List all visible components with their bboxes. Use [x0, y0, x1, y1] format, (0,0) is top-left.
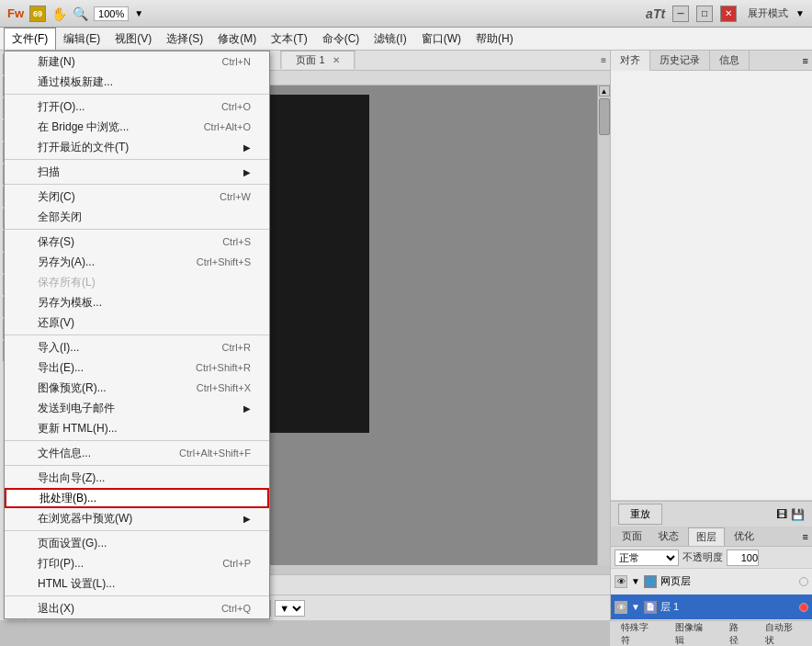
tab-history[interactable]: 历史记录: [650, 51, 710, 70]
menu-shortcut-exit: Ctrl+Q: [221, 603, 251, 614]
menu-arrow-recent: ▶: [243, 142, 251, 153]
menu-bridge[interactable]: 在 Bridge 中浏览... Ctrl+Alt+O: [5, 117, 269, 137]
page-close-icon[interactable]: ✕: [333, 55, 340, 65]
zoom-dropdown-icon[interactable]: ▼: [134, 8, 143, 18]
layer-eye-webpage[interactable]: 👁: [615, 575, 627, 588]
menu-fileinfo[interactable]: 文件信息... Ctrl+Alt+Shift+F: [5, 443, 269, 463]
menu-label-saveas: 另存为(A)...: [38, 255, 95, 270]
layer-expand-2[interactable]: ▼: [631, 602, 640, 612]
menu-scan[interactable]: 扫描 ▶: [5, 162, 269, 182]
menu-shortcut-import: Ctrl+R: [222, 342, 251, 353]
menu-command[interactable]: 命令(C): [315, 28, 367, 50]
menu-label-scan: 扫描: [38, 164, 60, 180]
menu-import[interactable]: 导入(I)... Ctrl+R: [5, 337, 269, 357]
menu-help[interactable]: 帮助(H): [468, 28, 521, 50]
menu-print[interactable]: 打印(P)... Ctrl+P: [5, 553, 269, 573]
menu-file[interactable]: 文件(F): [4, 28, 56, 50]
menu-label-email: 发送到电子邮件: [38, 401, 115, 416]
tab-align[interactable]: 对齐: [611, 51, 650, 71]
layers-list: 👁 ▼ 🌐 网页层 👁 ▼ 📄 层 1: [611, 569, 812, 620]
opacity-input[interactable]: [727, 550, 759, 566]
menu-revert[interactable]: 还原(V): [5, 312, 269, 333]
menu-updatehtml[interactable]: 更新 HTML(H)...: [5, 418, 269, 438]
layers-panel-menu[interactable]: ≡: [803, 531, 808, 542]
menu-sep-8: [5, 530, 269, 531]
menu-new-template[interactable]: 通过模板新建...: [5, 72, 269, 92]
layers-tab-state[interactable]: 状态: [651, 527, 686, 545]
menu-export[interactable]: 导出(E)... Ctrl+Shift+R: [5, 357, 269, 378]
menu-view[interactable]: 视图(V): [107, 28, 159, 50]
layer-name-layer1: 层 1: [660, 600, 795, 614]
menu-new[interactable]: 新建(N) Ctrl+N: [5, 51, 269, 72]
menu-save[interactable]: 保存(S) Ctrl+S: [5, 232, 269, 252]
hand-tool-icon[interactable]: ✋: [51, 6, 67, 21]
menu-text[interactable]: 文本(T): [264, 28, 314, 50]
bottom-tab-auto-shape[interactable]: 自动形状: [760, 619, 806, 647]
vertical-scrollbar[interactable]: ▲ ▼: [597, 85, 610, 565]
menu-closeall[interactable]: 全部关闭: [5, 207, 269, 227]
canvas-menu-icon[interactable]: ≡: [601, 55, 606, 65]
layers-tab-layers[interactable]: 图层: [688, 527, 725, 546]
bottom-tab-image-edit[interactable]: 图像编辑: [670, 619, 716, 647]
menu-edit[interactable]: 编辑(E): [56, 28, 107, 50]
menu-modify[interactable]: 修改(M): [210, 28, 264, 50]
menu-pagesetup[interactable]: 页面设置(G)...: [5, 533, 269, 553]
menu-email[interactable]: 发送到电子邮件 ▶: [5, 398, 269, 418]
att-text-display: aTt: [646, 6, 665, 21]
minimize-button[interactable]: ─: [672, 6, 689, 22]
layer-item-webpage[interactable]: 👁 ▼ 🌐 网页层: [611, 569, 812, 595]
replay-icon2[interactable]: 💾: [791, 508, 805, 521]
title-bar-left: Fw 69 ✋ 🔍 100% ▼: [7, 6, 143, 22]
zoom-input[interactable]: 100%: [94, 6, 129, 21]
menu-recent[interactable]: 打开最近的文件(T) ▶: [5, 137, 269, 157]
bottom-tab-path[interactable]: 路径: [724, 619, 752, 647]
menu-window[interactable]: 窗口(W): [414, 28, 468, 50]
menu-label-fileinfo: 文件信息...: [38, 446, 91, 461]
panel-menu-icon[interactable]: ≡: [803, 55, 812, 66]
menu-label-savetemplate: 另存为模板...: [38, 295, 102, 311]
menu-arrow-email: ▶: [243, 403, 251, 414]
scroll-thumb[interactable]: [599, 98, 610, 135]
menu-previewbrowser[interactable]: 在浏览器中预览(W) ▶: [5, 508, 269, 528]
menu-close[interactable]: 关闭(C) Ctrl+W: [5, 187, 269, 207]
expand-dropdown-icon[interactable]: ▼: [795, 8, 805, 18]
fw-logo: Fw: [7, 6, 24, 20]
menu-label-export: 导出(E)...: [38, 360, 84, 376]
menu-preview[interactable]: 图像预览(R)... Ctrl+Shift+X: [5, 378, 269, 398]
menu-shortcut-bridge: Ctrl+Alt+O: [204, 121, 251, 132]
menu-filter[interactable]: 滤镜(I): [367, 28, 413, 50]
menu-sep-3: [5, 184, 269, 185]
menu-batch[interactable]: 批处理(B)...: [5, 488, 269, 508]
tab-info[interactable]: 信息: [710, 51, 750, 70]
menu-label-newt: 通过模板新建...: [38, 74, 113, 90]
page-tab[interactable]: 页面 1 ✕: [280, 51, 355, 69]
menu-sep-7: [5, 465, 269, 466]
replay-button[interactable]: 重放: [618, 504, 662, 525]
bottom-tab-special[interactable]: 特殊字符: [615, 619, 662, 647]
menu-exportwizard[interactable]: 导出向导(Z)...: [5, 468, 269, 488]
layers-tab-optimize[interactable]: 优化: [727, 527, 761, 545]
layer-eye-layer1[interactable]: 👁: [615, 601, 627, 614]
zoom-tool-icon[interactable]: 🔍: [73, 6, 88, 21]
menu-label-pagesetup: 页面设置(G)...: [38, 536, 107, 551]
menu-open[interactable]: 打开(O)... Ctrl+O: [5, 96, 269, 117]
blend-mode-select[interactable]: 正常: [615, 550, 679, 566]
maximize-button[interactable]: □: [696, 6, 713, 22]
menu-label-batch: 批处理(B)...: [39, 491, 96, 506]
menu-saveas[interactable]: 另存为(A)... Ctrl+Shift+S: [5, 252, 269, 272]
canvas-dropdown2[interactable]: ▼: [275, 600, 305, 617]
close-button[interactable]: ✕: [720, 6, 737, 22]
menu-sep-5: [5, 334, 269, 335]
app-icon-1: 69: [29, 6, 46, 22]
menu-exit[interactable]: 退出(X) Ctrl+Q: [5, 598, 269, 618]
menu-htmlsettings[interactable]: HTML 设置(L)...: [5, 573, 269, 594]
menu-label-saveall: 保存所有(L): [38, 275, 96, 290]
scroll-up-button[interactable]: ▲: [599, 85, 610, 96]
replay-icon1[interactable]: 🎞: [776, 508, 787, 521]
layers-tab-page[interactable]: 页面: [615, 527, 649, 545]
menu-savetemplate[interactable]: 另存为模板...: [5, 292, 269, 312]
layer-item-layer1[interactable]: 👁 ▼ 📄 层 1: [611, 595, 812, 620]
menu-select[interactable]: 选择(S): [159, 28, 210, 50]
layer-expand-1[interactable]: ▼: [631, 576, 640, 586]
title-bar-right: aTt ─ □ ✕ 展开模式 ▼: [646, 6, 805, 22]
